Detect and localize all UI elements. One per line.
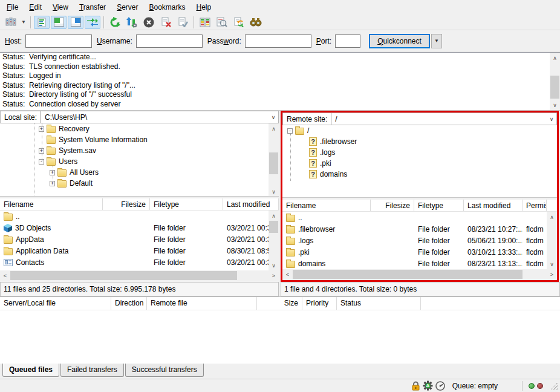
quickconnect-button[interactable]: Quickconnect xyxy=(369,34,430,48)
scroll-down-icon[interactable]: ∨ xyxy=(550,100,560,110)
tree-item-domains[interactable]: domains xyxy=(282,169,557,180)
host-input[interactable] xyxy=(25,34,92,48)
message-log: Status:Verifying certificate... Status:T… xyxy=(0,52,560,111)
remote-list-vscrollbar[interactable]: ∧ ∨ xyxy=(547,212,557,269)
tree-item-default[interactable]: +Default xyxy=(0,178,279,189)
synchronized-browsing-button[interactable] xyxy=(231,16,247,29)
file-row-domains[interactable]: domains File folder 08/23/21 13:13:... f… xyxy=(282,258,557,269)
menu-bookmarks[interactable]: Bookmarks xyxy=(143,1,190,13)
menu-edit[interactable]: Edit xyxy=(24,1,47,13)
username-input[interactable] xyxy=(136,34,203,48)
scroll-down-icon[interactable]: ∨ xyxy=(269,260,279,270)
remote-site-combo[interactable]: Remote site: / ∨ xyxy=(282,113,557,125)
toggle-remote-tree-button[interactable] xyxy=(68,16,83,29)
scroll-down-icon[interactable]: ∨ xyxy=(269,186,279,197)
column-header-direction[interactable]: Direction xyxy=(111,297,147,310)
remote-file-list[interactable]: ⌃ Filename Filesize Filetype Last modifi… xyxy=(282,200,557,279)
scrollbar-thumb[interactable] xyxy=(269,152,278,174)
file-row-application-data[interactable]: Application Data File folder 08/30/21 08… xyxy=(0,245,279,256)
local-file-list[interactable]: ⌃ Filename Filesize Filetype Last modifi… xyxy=(0,198,279,281)
scroll-left-icon[interactable]: < xyxy=(282,269,293,279)
chevron-down-icon[interactable]: ∨ xyxy=(269,114,278,120)
cancel-button[interactable] xyxy=(141,16,157,29)
local-list-hscrollbar[interactable]: < > xyxy=(0,270,279,281)
scroll-up-icon[interactable]: ∧ xyxy=(547,212,557,222)
tree-item-logs[interactable]: .logs xyxy=(282,147,557,158)
quickconnect-dropdown[interactable]: ▼ xyxy=(431,34,442,48)
remote-list-hscrollbar[interactable]: < > xyxy=(282,269,557,279)
refresh-button[interactable] xyxy=(107,16,123,29)
toggle-local-tree-button[interactable] xyxy=(51,16,67,29)
menu-help[interactable]: Help xyxy=(191,1,217,13)
tree-item-all-users[interactable]: +All Users xyxy=(0,167,279,178)
column-header-filetype[interactable]: Filetype xyxy=(414,200,464,211)
menu-view[interactable]: View xyxy=(47,1,74,13)
directory-comparison-button[interactable] xyxy=(197,16,213,29)
scrollbar-thumb[interactable] xyxy=(10,271,237,280)
menu-transfer[interactable]: Transfer xyxy=(74,1,111,13)
tree-item-root[interactable]: -/ xyxy=(282,125,557,136)
menu-file[interactable]: File xyxy=(1,1,24,13)
column-header-filesize[interactable]: Filesize xyxy=(103,198,150,210)
tab-queued-files[interactable]: Queued files xyxy=(2,364,59,377)
file-row-filebrowser[interactable]: .filebrowser File folder 08/23/21 10:27:… xyxy=(282,223,557,235)
file-row-3d-objects[interactable]: 3D Objects File folder 03/20/21 00:3 xyxy=(0,222,279,234)
column-header-remote-file[interactable]: Remote file xyxy=(147,297,257,310)
toggle-transfer-queue-button[interactable] xyxy=(85,16,100,29)
column-header-last-modified[interactable]: Last modified xyxy=(223,198,279,210)
local-site-path[interactable]: C:\Users\HP\ xyxy=(41,111,269,123)
scroll-right-icon[interactable]: > xyxy=(269,270,279,281)
log-scrollbar[interactable]: ∧ ∨ xyxy=(550,53,560,110)
disconnect-button[interactable] xyxy=(158,16,174,29)
folder-icon xyxy=(47,126,56,133)
local-tree-scrollbar[interactable]: ∧ ∨ xyxy=(269,123,279,197)
tab-successful-transfers[interactable]: Successful transfers xyxy=(125,364,204,377)
column-header-priority[interactable]: Priority xyxy=(302,297,337,310)
file-row-pki[interactable]: .pki File folder 03/10/21 13:33:... flcd… xyxy=(282,246,557,258)
folder-icon xyxy=(286,226,295,234)
collapse-icon[interactable]: - xyxy=(287,128,293,134)
scroll-right-icon[interactable]: > xyxy=(547,269,557,279)
scroll-left-icon[interactable]: < xyxy=(0,270,10,281)
scrollbar-thumb[interactable] xyxy=(293,270,523,279)
column-header-filetype[interactable]: Filetype xyxy=(150,198,223,210)
file-row-parent[interactable]: .. xyxy=(0,211,279,222)
local-directory-tree[interactable]: +Recovery System Volume Information +Sys… xyxy=(0,123,279,197)
remote-site-label: Remote site: xyxy=(283,115,331,123)
scrollbar-thumb[interactable] xyxy=(550,76,559,99)
tab-failed-transfers[interactable]: Failed transfers xyxy=(60,364,124,377)
filename-filters-button[interactable] xyxy=(214,16,230,29)
column-header-filesize[interactable]: Filesize xyxy=(371,200,414,211)
column-header-last-modified[interactable]: Last modified xyxy=(464,200,523,211)
scroll-up-icon[interactable]: ∧ xyxy=(550,53,560,63)
resize-grip[interactable] xyxy=(550,382,558,390)
column-header-server-local-file[interactable]: Server/Local file xyxy=(0,297,111,310)
column-header-status[interactable]: Status xyxy=(337,297,421,310)
site-manager-dropdown[interactable]: ▼ xyxy=(19,16,28,29)
tree-item-pki[interactable]: .pki xyxy=(282,158,557,169)
file-row-logs[interactable]: .logs File folder 05/06/21 19:00:... flc… xyxy=(282,235,557,246)
local-site-combo[interactable]: Local site: C:\Users\HP\ ∨ xyxy=(0,111,279,123)
column-header-permissions[interactable]: Permissions xyxy=(523,200,547,211)
find-files-button[interactable] xyxy=(248,16,264,29)
chevron-down-icon[interactable]: ∨ xyxy=(547,116,556,122)
column-header-size[interactable]: Size xyxy=(257,297,302,310)
scroll-up-icon[interactable]: ∧ xyxy=(269,211,279,221)
file-row-parent[interactable]: .. xyxy=(282,212,557,223)
tree-item-filebrowser[interactable]: .filebrowser xyxy=(282,136,557,147)
menu-server[interactable]: Server xyxy=(111,1,143,13)
local-list-vscrollbar[interactable]: ∧ ∨ xyxy=(269,211,279,270)
toggle-message-log-button[interactable] xyxy=(34,16,50,29)
scroll-down-icon[interactable]: ∨ xyxy=(547,259,557,269)
password-input[interactable] xyxy=(245,34,311,48)
scrollbar-thumb[interactable] xyxy=(269,221,278,233)
site-manager-button[interactable] xyxy=(3,16,19,29)
file-row-appdata[interactable]: AppData File folder 03/20/21 00:3 xyxy=(0,234,279,245)
scroll-up-icon[interactable]: ∧ xyxy=(269,123,279,134)
port-input[interactable] xyxy=(335,34,360,48)
remote-site-path[interactable]: / xyxy=(331,113,547,125)
process-queue-button[interactable] xyxy=(124,16,140,29)
file-row-contacts[interactable]: Contacts File folder 03/20/21 00:3 xyxy=(0,256,279,268)
reconnect-button[interactable] xyxy=(175,16,190,29)
remote-directory-tree[interactable]: -/ .filebrowser .logs .pki domains xyxy=(282,125,557,198)
